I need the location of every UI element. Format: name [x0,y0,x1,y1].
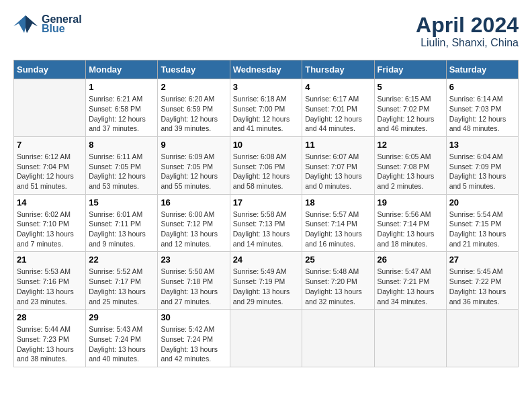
calendar-cell: 23Sunrise: 5:50 AM Sunset: 7:18 PM Dayli… [158,252,230,310]
calendar-cell [446,310,518,367]
calendar-cell [230,310,302,367]
day-number: 20 [449,197,515,208]
calendar-cell: 13Sunrise: 6:04 AM Sunset: 7:09 PM Dayli… [446,136,518,194]
day-number: 15 [89,197,154,208]
day-number: 30 [161,312,226,322]
calendar-cell: 17Sunrise: 5:58 AM Sunset: 7:13 PM Dayli… [230,194,302,252]
day-info: Sunrise: 5:44 AM Sunset: 7:23 PM Dayligh… [17,324,83,364]
day-info: Sunrise: 6:20 AM Sunset: 6:59 PM Dayligh… [161,94,226,134]
day-number: 3 [233,82,300,92]
calendar-cell: 7Sunrise: 6:12 AM Sunset: 7:04 PM Daylig… [14,136,86,194]
column-header-tuesday: Tuesday [158,60,230,79]
calendar-cell: 4Sunrise: 6:17 AM Sunset: 7:01 PM Daylig… [302,79,374,137]
calendar-cell [14,79,86,137]
page-header: General Blue April 2024 Liulin, Shanxi, … [13,13,519,49]
calendar-cell: 10Sunrise: 6:08 AM Sunset: 7:06 PM Dayli… [230,136,302,194]
calendar-cell: 3Sunrise: 6:18 AM Sunset: 7:00 PM Daylig… [230,79,302,137]
day-info: Sunrise: 5:42 AM Sunset: 7:24 PM Dayligh… [161,324,226,364]
day-info: Sunrise: 5:50 AM Sunset: 7:18 PM Dayligh… [161,267,226,306]
day-number: 11 [305,140,371,150]
day-info: Sunrise: 6:01 AM Sunset: 7:11 PM Dayligh… [89,210,154,249]
day-info: Sunrise: 5:49 AM Sunset: 7:19 PM Dayligh… [233,267,300,306]
day-number: 24 [233,255,300,265]
day-number: 5 [378,82,443,92]
day-info: Sunrise: 6:15 AM Sunset: 7:02 PM Dayligh… [378,94,443,134]
svg-marker-1 [26,15,38,33]
day-number: 27 [449,255,515,265]
calendar-cell: 1Sunrise: 6:21 AM Sunset: 6:58 PM Daylig… [86,79,158,137]
day-info: Sunrise: 6:18 AM Sunset: 7:00 PM Dayligh… [233,94,300,134]
day-info: Sunrise: 6:09 AM Sunset: 7:05 PM Dayligh… [161,152,226,191]
day-info: Sunrise: 5:43 AM Sunset: 7:24 PM Dayligh… [89,324,154,364]
column-header-sunday: Sunday [14,60,86,79]
page-subtitle: Liulin, Shanxi, China [416,37,519,49]
calendar-cell: 24Sunrise: 5:49 AM Sunset: 7:19 PM Dayli… [230,252,302,310]
calendar-cell: 16Sunrise: 6:00 AM Sunset: 7:12 PM Dayli… [158,194,230,252]
calendar-cell: 28Sunrise: 5:44 AM Sunset: 7:23 PM Dayli… [14,310,86,367]
calendar-cell: 25Sunrise: 5:48 AM Sunset: 7:20 PM Dayli… [302,252,374,310]
day-number: 25 [305,255,371,265]
day-number: 16 [161,197,226,208]
calendar-cell [302,310,374,367]
day-number: 13 [449,140,515,150]
calendar-cell: 20Sunrise: 5:54 AM Sunset: 7:15 PM Dayli… [446,194,518,252]
calendar-cell: 15Sunrise: 6:01 AM Sunset: 7:11 PM Dayli… [86,194,158,252]
calendar-cell: 12Sunrise: 6:05 AM Sunset: 7:08 PM Dayli… [374,136,446,194]
title-block: April 2024 Liulin, Shanxi, China [416,13,519,49]
day-number: 2 [161,82,226,92]
day-number: 21 [17,255,83,265]
calendar-cell: 18Sunrise: 5:57 AM Sunset: 7:14 PM Dayli… [302,194,374,252]
day-number: 12 [378,140,443,150]
column-header-thursday: Thursday [302,60,374,79]
day-info: Sunrise: 6:00 AM Sunset: 7:12 PM Dayligh… [161,210,226,249]
calendar-cell: 2Sunrise: 6:20 AM Sunset: 6:59 PM Daylig… [158,79,230,137]
day-info: Sunrise: 5:54 AM Sunset: 7:15 PM Dayligh… [449,210,515,249]
calendar-cell: 22Sunrise: 5:52 AM Sunset: 7:17 PM Dayli… [86,252,158,310]
day-info: Sunrise: 5:52 AM Sunset: 7:17 PM Dayligh… [89,267,154,306]
day-info: Sunrise: 6:21 AM Sunset: 6:58 PM Dayligh… [89,94,154,134]
calendar-cell: 8Sunrise: 6:11 AM Sunset: 7:05 PM Daylig… [86,136,158,194]
calendar-week-4: 21Sunrise: 5:53 AM Sunset: 7:16 PM Dayli… [14,252,519,310]
day-number: 17 [233,197,300,208]
calendar-cell: 26Sunrise: 5:47 AM Sunset: 7:21 PM Dayli… [374,252,446,310]
day-number: 26 [378,255,443,265]
column-header-saturday: Saturday [446,60,518,79]
day-number: 14 [17,197,83,208]
day-number: 7 [17,140,83,150]
day-info: Sunrise: 5:57 AM Sunset: 7:14 PM Dayligh… [305,210,371,249]
day-info: Sunrise: 6:07 AM Sunset: 7:07 PM Dayligh… [305,152,371,191]
calendar-cell: 5Sunrise: 6:15 AM Sunset: 7:02 PM Daylig… [374,79,446,137]
day-info: Sunrise: 6:14 AM Sunset: 7:03 PM Dayligh… [449,94,515,134]
day-info: Sunrise: 5:48 AM Sunset: 7:20 PM Dayligh… [305,267,371,306]
day-info: Sunrise: 5:58 AM Sunset: 7:13 PM Dayligh… [233,210,300,249]
day-info: Sunrise: 6:11 AM Sunset: 7:05 PM Dayligh… [89,152,154,191]
logo: General Blue [13,13,82,35]
day-number: 28 [17,312,83,322]
column-header-monday: Monday [86,60,158,79]
calendar-cell: 9Sunrise: 6:09 AM Sunset: 7:05 PM Daylig… [158,136,230,194]
calendar-cell: 6Sunrise: 6:14 AM Sunset: 7:03 PM Daylig… [446,79,518,137]
calendar-cell: 19Sunrise: 5:56 AM Sunset: 7:14 PM Dayli… [374,194,446,252]
day-number: 6 [449,82,515,92]
day-number: 29 [89,312,154,322]
day-number: 9 [161,140,226,150]
calendar-cell [374,310,446,367]
column-header-friday: Friday [374,60,446,79]
day-number: 10 [233,140,300,150]
calendar-cell: 29Sunrise: 5:43 AM Sunset: 7:24 PM Dayli… [86,310,158,367]
day-number: 8 [89,140,154,150]
logo-icon [13,14,38,34]
day-info: Sunrise: 5:47 AM Sunset: 7:21 PM Dayligh… [378,267,443,306]
page-title: April 2024 [416,13,519,37]
day-info: Sunrise: 5:45 AM Sunset: 7:22 PM Dayligh… [449,267,515,306]
calendar-table: SundayMondayTuesdayWednesdayThursdayFrid… [13,60,519,367]
day-info: Sunrise: 6:05 AM Sunset: 7:08 PM Dayligh… [378,152,443,191]
calendar-cell: 14Sunrise: 6:02 AM Sunset: 7:10 PM Dayli… [14,194,86,252]
day-info: Sunrise: 6:17 AM Sunset: 7:01 PM Dayligh… [305,94,371,134]
day-number: 23 [161,255,226,265]
day-info: Sunrise: 6:02 AM Sunset: 7:10 PM Dayligh… [17,210,83,249]
calendar-cell: 27Sunrise: 5:45 AM Sunset: 7:22 PM Dayli… [446,252,518,310]
day-number: 22 [89,255,154,265]
day-info: Sunrise: 6:04 AM Sunset: 7:09 PM Dayligh… [449,152,515,191]
day-info: Sunrise: 5:56 AM Sunset: 7:14 PM Dayligh… [378,210,443,249]
